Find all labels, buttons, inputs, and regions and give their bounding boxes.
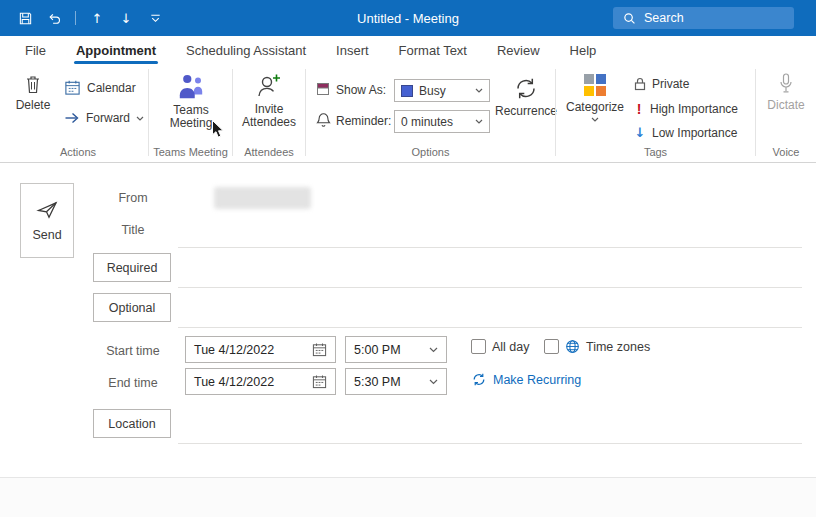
private-button[interactable]: Private <box>634 77 689 91</box>
group-label-teams-meeting: Teams Meeting <box>149 146 232 158</box>
show-as-dropdown[interactable]: Busy <box>394 79 490 102</box>
time-zones-label: Time zones <box>586 340 650 354</box>
tab-insert[interactable]: Insert <box>321 36 384 64</box>
all-day-option: All day <box>471 339 530 354</box>
time-zones-option: Time zones <box>544 339 650 354</box>
message-body-area[interactable] <box>0 477 816 517</box>
dictate-button[interactable]: Dictate <box>761 72 811 112</box>
end-date-value: Tue 4/12/2022 <box>194 375 274 389</box>
search-box[interactable]: Search <box>613 7 794 29</box>
tab-file[interactable]: File <box>10 36 61 64</box>
optional-button[interactable]: Optional <box>93 293 171 322</box>
chevron-down-icon <box>591 117 599 122</box>
delete-trash-icon <box>24 74 42 95</box>
quick-access-toolbar: ↑ ↓ <box>0 10 163 26</box>
ribbon-tabs: File Appointment Scheduling Assistant In… <box>0 36 816 64</box>
show-as-icon <box>316 82 330 96</box>
tab-appointment[interactable]: Appointment <box>61 36 171 64</box>
end-time-label: End time <box>95 376 171 390</box>
high-importance-button[interactable]: ! High Importance <box>634 101 738 117</box>
low-importance-icon: ↓ <box>634 125 646 140</box>
calendar-button[interactable]: Calendar <box>64 79 136 96</box>
start-time-label: Start time <box>95 344 171 358</box>
reminder-bell-icon <box>316 112 331 128</box>
start-time-picker[interactable]: 5:00 PM <box>345 336 447 363</box>
delete-button[interactable]: Delete <box>10 74 56 112</box>
chevron-down-icon <box>429 379 438 385</box>
ribbon-group-voice: Dictate Voice <box>756 64 816 162</box>
required-attendees-input[interactable] <box>180 254 798 280</box>
ribbon-group-options: Show As: Busy Reminder: 0 minutes <box>306 64 555 162</box>
busy-color-square <box>401 85 413 97</box>
field-divider <box>178 443 802 444</box>
search-icon <box>623 12 636 25</box>
start-date-value: Tue 4/12/2022 <box>194 343 274 357</box>
up-arrow-icon[interactable]: ↑ <box>89 10 105 26</box>
make-recurring-icon <box>471 372 487 387</box>
group-label-actions: Actions <box>8 146 148 158</box>
meeting-form: Send From Title Required Optional Start … <box>0 163 816 517</box>
all-day-checkbox[interactable] <box>471 339 486 354</box>
private-lock-icon <box>634 77 646 91</box>
categorize-icon <box>582 72 608 98</box>
dictate-mic-icon <box>778 72 794 95</box>
chevron-down-icon <box>475 88 483 93</box>
tab-review[interactable]: Review <box>482 36 555 64</box>
forward-button[interactable]: Forward <box>64 111 144 125</box>
recurrence-button[interactable]: Recurrence <box>498 76 554 118</box>
end-time-picker[interactable]: 5:30 PM <box>345 368 447 395</box>
tab-help[interactable]: Help <box>555 36 612 64</box>
show-as-label: Show As: <box>336 83 386 97</box>
end-time-value: 5:30 PM <box>354 375 401 389</box>
save-icon[interactable] <box>17 10 33 26</box>
group-label-voice: Voice <box>756 146 816 158</box>
ribbon-group-teams-meeting: Teams Meeting Teams Meeting <box>149 64 232 162</box>
customize-quick-access-icon[interactable] <box>147 10 163 26</box>
ribbon: Delete Calendar Forward Actions <box>0 64 816 163</box>
tab-scheduling-assistant[interactable]: Scheduling Assistant <box>171 36 321 64</box>
title-label: Title <box>95 223 171 237</box>
down-arrow-icon[interactable]: ↓ <box>118 10 134 26</box>
reminder-value: 0 minutes <box>401 115 453 129</box>
tab-format-text[interactable]: Format Text <box>384 36 482 64</box>
meeting-window: ↑ ↓ Untitled - Meeting Search File Appoi… <box>0 0 816 517</box>
make-recurring-link[interactable]: Make Recurring <box>471 372 581 387</box>
location-button[interactable]: Location <box>93 409 171 438</box>
date-picker-calendar-icon <box>312 342 327 357</box>
send-button[interactable]: Send <box>20 183 74 258</box>
teams-meeting-button[interactable]: Teams Meeting <box>159 72 223 130</box>
invite-attendees-icon <box>256 72 283 99</box>
teams-icon <box>176 72 206 100</box>
title-input[interactable] <box>180 215 798 241</box>
reminder-dropdown[interactable]: 0 minutes <box>394 110 490 133</box>
field-divider <box>178 327 802 328</box>
from-value-redacted <box>214 187 311 209</box>
calendar-icon <box>64 79 81 96</box>
titlebar-separator <box>75 11 76 25</box>
field-divider <box>178 287 802 288</box>
titlebar: ↑ ↓ Untitled - Meeting Search <box>0 0 816 36</box>
location-input[interactable] <box>180 410 798 436</box>
categorize-button[interactable]: Categorize <box>566 72 624 122</box>
from-label: From <box>95 191 171 205</box>
reminder-label: Reminder: <box>336 114 391 128</box>
undo-icon[interactable] <box>46 10 62 26</box>
low-importance-button[interactable]: ↓ Low Importance <box>634 125 737 140</box>
end-date-picker[interactable]: Tue 4/12/2022 <box>185 368 336 395</box>
globe-icon <box>565 339 580 354</box>
send-plane-icon <box>36 200 59 220</box>
show-as-value: Busy <box>419 84 446 98</box>
optional-attendees-input[interactable] <box>180 294 798 320</box>
recurrence-icon <box>513 76 539 101</box>
forward-arrow-icon <box>64 112 80 124</box>
group-label-tags: Tags <box>556 146 755 158</box>
ribbon-group-attendees: Invite Attendees Attendees <box>233 64 305 162</box>
start-date-picker[interactable]: Tue 4/12/2022 <box>185 336 336 363</box>
chevron-down-icon <box>429 347 438 353</box>
invite-attendees-button[interactable]: Invite Attendees <box>241 72 297 129</box>
time-zones-checkbox[interactable] <box>544 339 559 354</box>
ribbon-group-tags: Categorize Private ! High Importance ↓ L… <box>556 64 755 162</box>
field-divider <box>178 247 802 248</box>
chevron-down-icon <box>475 119 483 124</box>
required-button[interactable]: Required <box>93 253 171 282</box>
